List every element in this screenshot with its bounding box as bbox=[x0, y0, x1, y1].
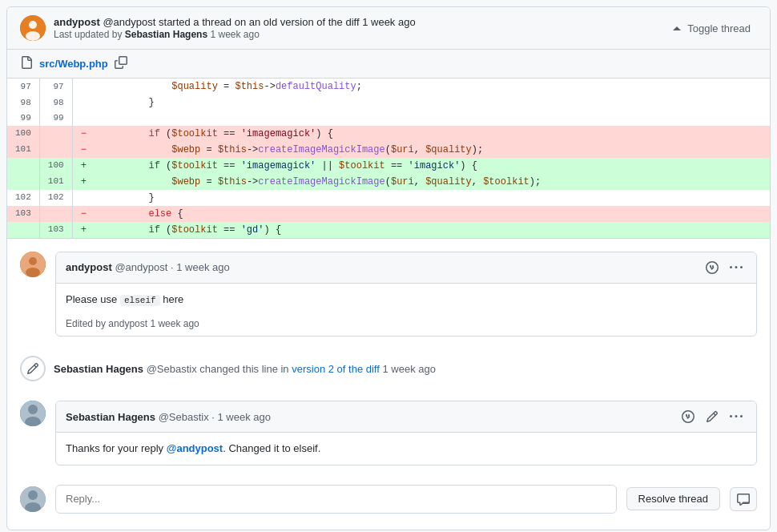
comment-meta-sebastian: Sebastian Hagens @Sebastix · 1 week ago bbox=[66, 411, 271, 423]
last-updated-by: Sebastian Hagens bbox=[125, 29, 207, 40]
line-num-new: 101 bbox=[39, 174, 72, 190]
file-name: src/Webp.php bbox=[39, 58, 108, 70]
line-num-new: 99 bbox=[39, 111, 72, 126]
diff-sign: − bbox=[72, 142, 95, 158]
resolve-thread-button[interactable]: Resolve thread bbox=[626, 487, 720, 510]
comment-header-andypost: andypost @andypost · 1 week ago bbox=[56, 252, 756, 284]
comments-section: andypost @andypost · 1 week ago Please u… bbox=[7, 238, 770, 530]
comment-text-changed: . Changed it to elseif. bbox=[223, 442, 320, 454]
svg-point-2 bbox=[26, 31, 40, 41]
system-event-link[interactable]: version 2 of the diff bbox=[292, 363, 380, 375]
diff-row-102: 102 102 } bbox=[7, 190, 770, 206]
system-event-time-val: 1 week ago bbox=[382, 363, 436, 375]
copy-path-button[interactable] bbox=[115, 56, 127, 71]
diff-row-103-added: 103 + if ($toolkit == 'gd') { bbox=[7, 222, 770, 238]
svg-point-5 bbox=[26, 268, 40, 277]
diff-sign bbox=[72, 79, 95, 95]
edit-button-sebastian[interactable] bbox=[702, 408, 723, 425]
line-num-old: 97 bbox=[7, 79, 39, 95]
comment-text-thanks: Thanks for your reply bbox=[66, 442, 167, 454]
line-num-new bbox=[39, 206, 72, 222]
line-num-old: 101 bbox=[7, 142, 39, 158]
comment-inline-code-andypost: elseif bbox=[120, 295, 160, 306]
comment-content-sebastian: Thanks for your reply @andypost. Changed… bbox=[56, 433, 756, 465]
diff-sign bbox=[72, 190, 95, 206]
comment-author-name-andypost: andypost bbox=[66, 261, 112, 273]
comment-author-avatar-sebastian bbox=[20, 401, 46, 426]
diff-sign: + bbox=[72, 158, 95, 174]
comment-author-name-sebastian: Sebastian Hagens bbox=[66, 411, 155, 423]
more-options-button-sebastian[interactable] bbox=[726, 408, 747, 425]
diff-table: 97 97 $quality = $this->defaultQuality; … bbox=[7, 79, 770, 238]
line-num-old: 100 bbox=[7, 126, 39, 142]
comment-text-post-andypost: here bbox=[160, 293, 184, 305]
comment-andypost: andypost @andypost · 1 week ago Please u… bbox=[20, 252, 757, 337]
line-num-old: 103 bbox=[7, 206, 39, 222]
react-button-sebastian[interactable] bbox=[678, 408, 698, 425]
comment-text-pre-andypost: Please use bbox=[66, 293, 120, 305]
system-event-actor: Sebastian Hagens bbox=[54, 363, 143, 375]
thread-time: 1 week ago bbox=[362, 16, 416, 28]
react-button-andypost[interactable] bbox=[702, 259, 723, 276]
comment-time-sebastian: @Sebastix · 1 week ago bbox=[159, 411, 271, 423]
line-num-new: 97 bbox=[39, 79, 72, 95]
line-num-old: 98 bbox=[7, 95, 39, 111]
resolve-thread-label: Resolve thread bbox=[638, 493, 708, 505]
diff-sign: + bbox=[72, 174, 95, 190]
diff-content: $webp = $this->createImageMagickImage($u… bbox=[95, 174, 770, 190]
diff-content: $webp = $this->createImageMagickImage($u… bbox=[95, 142, 770, 158]
line-num-old bbox=[7, 222, 39, 238]
diff-row-101-removed: 101 − $webp = $this->createImageMagickIm… bbox=[7, 142, 770, 158]
diff-content: if ($toolkit == 'imagemagick' || $toolki… bbox=[95, 158, 770, 174]
diff-sign: − bbox=[72, 206, 95, 222]
more-options-button-andypost[interactable] bbox=[726, 259, 747, 276]
svg-point-1 bbox=[29, 21, 37, 29]
line-num-new: 98 bbox=[39, 95, 72, 111]
reply-input[interactable] bbox=[55, 485, 617, 514]
last-updated-label: Last updated by bbox=[54, 29, 122, 40]
svg-point-4 bbox=[29, 257, 37, 265]
reply-section: Resolve thread bbox=[20, 478, 757, 517]
diff-row-97: 97 97 $quality = $this->defaultQuality; bbox=[7, 79, 770, 95]
diff-content: if ($toolkit == 'gd') { bbox=[95, 222, 770, 238]
diff-content: } bbox=[95, 190, 770, 206]
line-num-new bbox=[39, 142, 72, 158]
diff-row-100-added: 100 + if ($toolkit == 'imagemagick' || $… bbox=[7, 158, 770, 174]
comment-content-andypost: Please use elseif here bbox=[56, 284, 756, 316]
comment-sebastian: Sebastian Hagens @Sebastix · 1 week ago bbox=[20, 401, 757, 466]
comment-header-sebastian: Sebastian Hagens @Sebastix · 1 week ago bbox=[56, 401, 756, 433]
line-num-old: 99 bbox=[7, 111, 39, 126]
comment-edited-andypost: Edited by andypost 1 week ago bbox=[56, 315, 756, 336]
comment-body-andypost: andypost @andypost · 1 week ago Please u… bbox=[55, 252, 757, 337]
file-doc-icon bbox=[20, 56, 33, 71]
line-num-old bbox=[7, 158, 39, 174]
chevron-up-icon bbox=[673, 26, 681, 30]
line-num-old: 102 bbox=[7, 190, 39, 206]
diff-sign bbox=[72, 111, 95, 126]
last-updated-time-val: 1 week ago bbox=[210, 29, 259, 40]
diff-row-103-removed: 103 − else { bbox=[7, 206, 770, 222]
diff-row-100-removed: 100 − if ($toolkit == 'imagemagick') { bbox=[7, 126, 770, 142]
diff-content: else { bbox=[95, 206, 770, 222]
thread-reply-icon-button[interactable] bbox=[730, 487, 757, 511]
thread-header-main-line: andypost @andypost started a thread on a… bbox=[54, 16, 416, 28]
toggle-thread-button[interactable]: Toggle thread bbox=[666, 19, 757, 38]
comment-actions-sebastian bbox=[678, 408, 747, 425]
thread-header-left: andypost @andypost started a thread on a… bbox=[20, 15, 416, 41]
comment-time-andypost: @andypost · 1 week ago bbox=[115, 261, 229, 273]
line-num-new bbox=[39, 126, 72, 142]
author-avatar bbox=[20, 15, 46, 41]
line-num-new: 102 bbox=[39, 190, 72, 206]
thread-container: andypost @andypost started a thread on a… bbox=[6, 6, 771, 530]
comment-mention-andypost[interactable]: @andypost bbox=[167, 442, 223, 454]
system-event-text: Sebastian Hagens @Sebastix changed this … bbox=[54, 363, 436, 375]
diff-row-99: 99 99 bbox=[7, 111, 770, 126]
diff-content: $quality = $this->defaultQuality; bbox=[95, 79, 770, 95]
thread-started-desc: started a thread on an old version of th… bbox=[159, 16, 362, 28]
diff-row-101-added: 101 + $webp = $this->createImageMagickIm… bbox=[7, 174, 770, 190]
comment-author-avatar-andypost bbox=[20, 252, 46, 277]
line-num-old bbox=[7, 174, 39, 190]
system-event: Sebastian Hagens @Sebastix changed this … bbox=[20, 349, 757, 388]
line-num-new: 100 bbox=[39, 158, 72, 174]
file-header: src/Webp.php bbox=[7, 50, 770, 79]
